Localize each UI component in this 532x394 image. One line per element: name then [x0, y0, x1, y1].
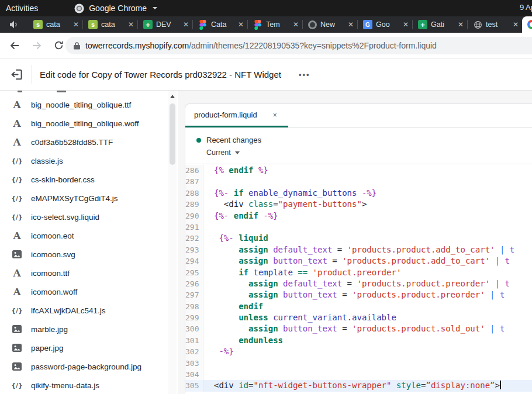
system-clock[interactable]: 9 Apr [520, 3, 532, 12]
tab-close-icon[interactable]: ✕ [293, 21, 299, 28]
browser-tab[interactable]: New✕ [303, 16, 357, 33]
code-editor[interactable]: 286{% endif %}287288{%- if enable_dynami… [185, 165, 532, 394]
url-domain: towerrecords.myshopify.com [85, 41, 189, 50]
browser-tab-label: cata [46, 20, 70, 29]
sheets-favicon-icon: + [143, 20, 153, 29]
file-item[interactable]: password-page-background.jpg [0, 357, 178, 376]
tab-close-icon[interactable]: ✕ [238, 21, 244, 28]
app-menu[interactable]: Google Chrome [74, 4, 157, 13]
file-item[interactable]: paper.jpg [0, 338, 178, 357]
file-name: cs-skin-border.css [31, 175, 95, 184]
tab-close-icon[interactable]: ✕ [73, 21, 79, 28]
tab-close-icon[interactable]: ✕ [403, 21, 409, 28]
browser-tab[interactable]: Tem✕ [248, 16, 302, 33]
address-bar[interactable]: towerrecords.myshopify.com/admin/themes/… [65, 37, 532, 54]
file-item[interactable]: Aicomoon.woff [0, 282, 178, 301]
header-divider [32, 65, 32, 84]
sheets-favicon-icon: + [418, 20, 427, 29]
app-menu-label: Google Chrome [89, 4, 147, 13]
code-line[interactable]: 298 endif [185, 301, 532, 312]
exit-code-editor-button[interactable] [9, 67, 24, 82]
code-line[interactable]: 305<div id="nft-widget-buttons-wrapper" … [185, 380, 532, 391]
file-item[interactable]: {/}lfcAXLwjkDALc541.js [0, 301, 178, 320]
code-line[interactable]: 295 if template == 'product.preorder' [185, 267, 532, 278]
code-line[interactable]: 299 unless current_variant.available [185, 312, 532, 323]
file-name: icomoon.woff [31, 288, 77, 296]
code-line[interactable]: 302 -%} [185, 346, 532, 357]
file-name: big_noodle_titling_oblique.ttf [31, 101, 131, 109]
browser-tab[interactable]: GGoo✕ [358, 16, 412, 33]
code-line[interactable]: 304 [185, 369, 532, 380]
code-line[interactable]: 289 <div class="payment-buttons"> [185, 199, 532, 210]
file-item[interactable]: {/}qikify-tmenu-data.js [0, 376, 178, 394]
line-number: 288 [185, 188, 203, 199]
browser-tab[interactable]: test✕ [468, 16, 522, 33]
code-file-icon: {/} [11, 195, 23, 202]
file-item[interactable]: Abig_noodle_titling_oblique.ttf [0, 95, 178, 114]
file-item[interactable]: {/}cs-skin-border.css [0, 170, 178, 189]
tab-close-icon[interactable]: ✕ [183, 21, 189, 28]
code-line[interactable]: 287 [185, 176, 532, 187]
tab-close-icon[interactable]: ✕ [348, 21, 354, 28]
browser-tab-active[interactable] [522, 16, 532, 33]
editor-tab-product-form[interactable]: product-form.liquid × [185, 104, 288, 127]
code-line[interactable]: 297 assign button_text = 'products.produ… [185, 289, 532, 300]
code-line[interactable]: 288{%- if enable_dynamic_buttons -%} [185, 188, 532, 199]
file-name: big_noodle_titling_oblique.woff [31, 119, 139, 128]
code-line[interactable]: 286{% endif %} [185, 165, 532, 176]
code-line[interactable]: 292 {%- liquid [185, 233, 532, 244]
browser-tab-label: DEV [156, 20, 179, 29]
browser-tab[interactable]: +DEV✕ [138, 16, 192, 33]
font-file-icon: A [11, 100, 23, 110]
file-item[interactable]: {/}classie.js [0, 151, 178, 170]
code-line[interactable]: 293 assign default_text = 'products.prod… [185, 244, 532, 255]
font-file-icon: A [11, 231, 23, 241]
file-item[interactable]: Ac0df3a6b528fdd85.TTF [0, 133, 178, 151]
close-icon[interactable]: × [273, 111, 277, 119]
file-name: icomoon.svg [31, 250, 75, 259]
recent-changes-section: Recent changes Current [185, 128, 532, 164]
tab-close-icon[interactable]: ✕ [458, 21, 464, 28]
code-line[interactable]: 291 [185, 222, 532, 233]
browser-tab[interactable]: +Gati✕ [413, 16, 467, 33]
forward-button[interactable] [32, 40, 42, 53]
file-item[interactable]: {/}eMAPMXSyTCgGdiT4.js [0, 189, 178, 208]
browser-tab-label: Goo [376, 20, 399, 29]
file-item[interactable]: Aicomoon.eot [0, 226, 178, 245]
browser-tab[interactable]: scata✕ [83, 16, 137, 33]
version-dropdown[interactable]: Current [196, 147, 532, 158]
file-name: classie.js [31, 157, 63, 165]
code-line[interactable]: 300 assign button_text = 'products.produ… [185, 323, 532, 334]
file-item[interactable]: icomoon.svg [0, 245, 178, 264]
font-file-icon: A [11, 119, 23, 129]
reload-button[interactable] [54, 40, 64, 53]
file-list: Abig_noodle_titling_oblique.ttfAbig_nood… [0, 91, 178, 394]
browser-tab[interactable]: Cata✕ [193, 16, 247, 33]
file-name: marble.jpg [31, 325, 68, 334]
speaker-icon[interactable] [0, 20, 28, 29]
code-line[interactable]: 303 [185, 358, 532, 369]
file-item[interactable]: marble.jpg [0, 320, 178, 338]
browser-tab[interactable]: scata✕ [28, 16, 82, 33]
browser-tab-label: Cata [211, 20, 234, 29]
scroll-up-arrow-icon[interactable] [170, 95, 175, 98]
tab-close-icon[interactable]: ✕ [513, 21, 519, 28]
shopify-favicon-icon: s [33, 20, 43, 29]
scrollbar-thumb[interactable] [170, 103, 175, 165]
tab-close-icon[interactable]: ✕ [128, 21, 134, 28]
back-button[interactable] [9, 40, 20, 53]
file-item[interactable]: {/}ico-select.svg.liquid [0, 208, 178, 226]
more-actions-button[interactable]: ••• [299, 70, 310, 79]
file-name: qikify-tmenu-data.js [31, 381, 99, 390]
font-file-icon: A [11, 137, 23, 147]
code-line[interactable]: 294 assign button_text = 'products.produ… [185, 255, 532, 267]
activities-button[interactable]: Activities [6, 4, 38, 13]
sidebar-scrollbar[interactable] [168, 91, 177, 394]
file-name: ico-select.svg.liquid [31, 213, 99, 222]
code-line[interactable]: 301 endunless [185, 335, 532, 346]
file-item[interactable]: Abig_noodle_titling_oblique.woff [0, 114, 178, 133]
code-line[interactable]: 290{%- endif -%} [185, 210, 532, 222]
unsaved-changes-dot-icon [196, 138, 201, 143]
code-line[interactable]: 296 assign default_text = 'products.prod… [185, 278, 532, 289]
file-item[interactable]: Aicomoon.ttf [0, 264, 178, 282]
